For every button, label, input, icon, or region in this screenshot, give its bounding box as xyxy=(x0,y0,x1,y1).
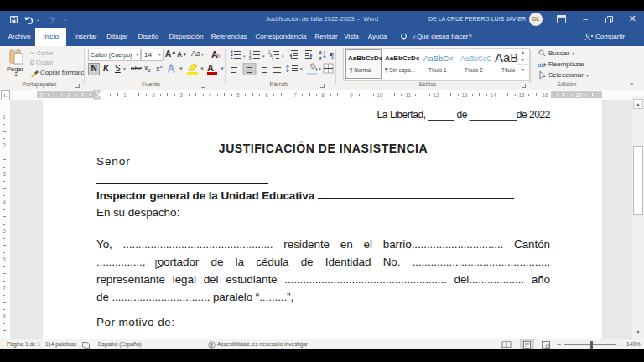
svg-text:11: 11 xyxy=(406,92,412,98)
svg-text:Z: Z xyxy=(319,56,322,60)
svg-text:i: i xyxy=(272,57,273,60)
svg-text:▼: ▼ xyxy=(200,66,205,71)
svg-text:9: 9 xyxy=(350,92,353,98)
svg-text:1: 1 xyxy=(123,92,127,98)
svg-text:5: 5 xyxy=(236,92,240,98)
svg-text:4: 4 xyxy=(3,199,6,205)
svg-text:¶: ¶ xyxy=(330,50,334,60)
svg-text:▼: ▼ xyxy=(242,54,246,59)
svg-text:3: 3 xyxy=(3,171,6,177)
svg-text:8: 8 xyxy=(321,92,325,98)
svg-text:2: 2 xyxy=(39,92,43,98)
svg-text:▼: ▼ xyxy=(262,54,265,59)
svg-text:8: 8 xyxy=(3,313,6,319)
svg-text:12: 12 xyxy=(433,92,439,98)
svg-text:1: 1 xyxy=(67,92,70,98)
svg-text:7: 7 xyxy=(293,92,297,98)
svg-text:15: 15 xyxy=(518,92,525,98)
svg-text:▼: ▼ xyxy=(281,54,284,59)
svg-text:▼: ▼ xyxy=(318,66,322,71)
svg-text:▼: ▼ xyxy=(299,66,304,71)
svg-text:▼: ▼ xyxy=(179,66,184,71)
svg-text:7: 7 xyxy=(3,285,6,291)
svg-text:1: 1 xyxy=(3,114,6,120)
svg-text:A: A xyxy=(207,63,214,73)
svg-text:6: 6 xyxy=(3,256,6,262)
svg-text:13: 13 xyxy=(461,92,468,98)
svg-text:10: 10 xyxy=(377,92,383,98)
svg-text:2: 2 xyxy=(3,142,6,148)
svg-text:A: A xyxy=(168,63,174,74)
svg-text:18: 18 xyxy=(575,92,582,98)
svg-text:4: 4 xyxy=(208,92,211,98)
svg-text:2: 2 xyxy=(152,92,155,98)
svg-text:6: 6 xyxy=(265,92,268,98)
svg-text:16: 16 xyxy=(542,92,548,98)
svg-text:3: 3 xyxy=(249,57,252,60)
svg-text:14: 14 xyxy=(490,92,496,98)
svg-text:5: 5 xyxy=(3,228,6,234)
svg-text:A: A xyxy=(319,50,323,55)
svg-text:3: 3 xyxy=(179,92,183,98)
